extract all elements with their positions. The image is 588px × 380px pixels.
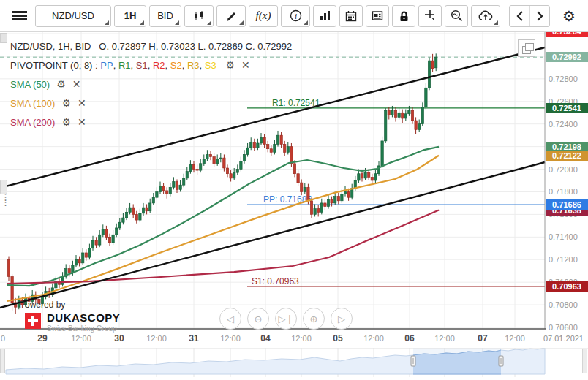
info-button[interactable]: i bbox=[281, 5, 310, 27]
candle bbox=[276, 131, 279, 147]
pivot-level-s2: S2 bbox=[170, 60, 182, 71]
lock-icon bbox=[399, 10, 410, 22]
candle bbox=[122, 213, 124, 224]
separator: , bbox=[131, 60, 136, 71]
time-tick-hour: 12:00 bbox=[146, 334, 167, 343]
sma-label: SMA (200) bbox=[10, 117, 55, 128]
menu-button[interactable] bbox=[7, 5, 32, 27]
candle bbox=[102, 224, 104, 237]
calendar-icon bbox=[345, 10, 357, 22]
symbol-label: NZD/USD bbox=[52, 10, 94, 21]
symbol-select[interactable]: NZD/USD bbox=[35, 5, 111, 27]
candle bbox=[152, 193, 154, 205]
sma50-indicator-row: SMA (50)⚙✕ bbox=[10, 75, 292, 94]
draw-button[interactable] bbox=[216, 5, 246, 27]
time-tick-hour: 12:00 bbox=[363, 334, 384, 343]
candle bbox=[129, 203, 131, 214]
candle bbox=[99, 230, 101, 247]
dropdown-caret-icon bbox=[304, 20, 308, 25]
sma-settings-gear-icon[interactable]: ⚙ bbox=[56, 78, 66, 90]
crosshair-button[interactable] bbox=[418, 5, 442, 27]
back-button[interactable] bbox=[510, 6, 529, 26]
lock-button[interactable] bbox=[392, 5, 415, 27]
axis-price-badge: 0.72122 bbox=[546, 151, 588, 161]
chart-type-button[interactable] bbox=[184, 5, 214, 27]
candle bbox=[219, 153, 222, 162]
zoom-data-button[interactable] bbox=[445, 5, 468, 27]
calendar-button[interactable] bbox=[339, 5, 363, 27]
news-button[interactable] bbox=[366, 5, 389, 27]
candle bbox=[105, 226, 108, 240]
candle bbox=[408, 106, 410, 116]
volume-button[interactable] bbox=[313, 5, 336, 27]
cloud-upload-button[interactable] bbox=[471, 5, 500, 27]
price-type-select[interactable]: BID bbox=[149, 5, 181, 27]
candle bbox=[351, 184, 353, 200]
separator: , bbox=[148, 60, 153, 71]
popout-window-icon[interactable] bbox=[518, 39, 535, 57]
candle bbox=[230, 170, 232, 181]
candle bbox=[314, 204, 316, 216]
pivot-indicator-name: PIVOTPOINT (0; 8) bbox=[10, 60, 92, 71]
dropdown-caret-icon bbox=[140, 20, 144, 25]
indicators-button[interactable]: f(x) bbox=[249, 5, 278, 27]
dropdown-caret-icon bbox=[494, 20, 498, 25]
candle bbox=[192, 162, 195, 172]
chevron-left-icon bbox=[516, 10, 524, 22]
fx-icon: f(x) bbox=[256, 10, 271, 22]
candle bbox=[196, 164, 198, 175]
candle bbox=[431, 54, 434, 72]
navigator-left-cap[interactable] bbox=[0, 349, 5, 373]
instrument-ohlc-row: NZD/USD, 1H, BID O. 0.72897 H. 0.73023 L… bbox=[10, 37, 292, 56]
candle bbox=[250, 137, 252, 150]
zoom-out-button[interactable]: ⊖ bbox=[247, 308, 269, 330]
step-back-button[interactable]: ◁ bbox=[219, 308, 241, 330]
candle bbox=[142, 203, 144, 216]
candle bbox=[385, 108, 387, 143]
sma-settings-gear-icon[interactable]: ⚙ bbox=[61, 97, 71, 109]
candle bbox=[75, 255, 77, 267]
sma-remove-icon[interactable]: ✕ bbox=[78, 116, 86, 128]
candlestick-icon bbox=[192, 10, 206, 22]
pivot-level-s1: S1 bbox=[136, 60, 148, 71]
time-tick-day: 06 bbox=[404, 333, 414, 343]
sma-remove-icon[interactable]: ✕ bbox=[72, 78, 81, 90]
candle bbox=[51, 284, 53, 297]
settings-button[interactable]: ⚙ bbox=[557, 5, 581, 27]
candle bbox=[200, 159, 202, 173]
candle bbox=[156, 187, 158, 200]
time-tick-day: 04 bbox=[260, 333, 270, 343]
sma-remove-icon[interactable]: ✕ bbox=[78, 97, 86, 109]
sma-settings-gear-icon[interactable]: ⚙ bbox=[61, 116, 71, 128]
candle bbox=[284, 141, 286, 156]
timeframe-select[interactable]: 1H bbox=[114, 5, 146, 27]
candle bbox=[404, 110, 407, 121]
candle bbox=[162, 183, 165, 194]
chart-legend: NZD/USD, 1H, BID O. 0.72897 H. 0.73023 L… bbox=[10, 37, 292, 132]
candle bbox=[304, 183, 306, 194]
dukascopy-trading-chart: NZD/USD 1H BID f(x) i bbox=[0, 0, 588, 380]
left-panel-grip-icon[interactable]: ⋮⋮ bbox=[1, 194, 8, 205]
navigator-selection[interactable] bbox=[413, 348, 501, 374]
separator: , bbox=[182, 60, 187, 71]
candle bbox=[78, 256, 80, 267]
candle bbox=[415, 117, 417, 134]
separator: : bbox=[92, 60, 100, 71]
step-forward-button[interactable]: ▷ bbox=[331, 308, 353, 330]
forward-button[interactable] bbox=[529, 6, 549, 26]
candle bbox=[85, 249, 87, 260]
time-tick-hour: 12:00 bbox=[291, 334, 312, 343]
navigator-right-cap[interactable] bbox=[582, 349, 587, 373]
go-to-end-button[interactable]: ▷❘ bbox=[275, 308, 297, 330]
pivot-remove-icon[interactable]: ✕ bbox=[241, 59, 250, 71]
candle bbox=[88, 244, 91, 260]
volume-bars-icon bbox=[319, 10, 331, 21]
zoom-in-button[interactable]: ⊕ bbox=[303, 308, 325, 330]
pivot-settings-gear-icon[interactable]: ⚙ bbox=[223, 59, 235, 71]
candle bbox=[320, 199, 323, 215]
range-navigator[interactable] bbox=[0, 348, 588, 380]
left-edge-tab[interactable] bbox=[0, 33, 7, 43]
candle bbox=[267, 141, 269, 152]
candle bbox=[82, 248, 84, 265]
candle bbox=[226, 164, 228, 177]
